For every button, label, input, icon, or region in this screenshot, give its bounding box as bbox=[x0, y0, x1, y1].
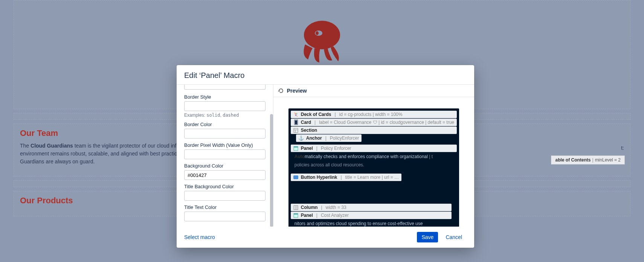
macro-column[interactable]: Column | width = 33 bbox=[291, 204, 452, 211]
border-width-input[interactable] bbox=[184, 149, 266, 159]
save-button[interactable]: Save bbox=[417, 232, 438, 242]
preview-label: Preview bbox=[287, 88, 307, 94]
octopus-logo bbox=[298, 18, 346, 64]
edit-panel-macro-dialog: Edit ‘Panel’ Macro Border Style Examples… bbox=[177, 65, 474, 248]
deck-icon: 🃏 bbox=[293, 112, 299, 117]
column-icon bbox=[293, 205, 299, 210]
border-style-input[interactable] bbox=[184, 101, 266, 111]
anchor-icon: ⚓ bbox=[299, 136, 304, 141]
border-color-label: Border Color bbox=[184, 122, 271, 127]
truncated-t: t: bbox=[621, 145, 624, 151]
cancel-button[interactable]: Cancel bbox=[441, 232, 467, 242]
macro-section[interactable]: Section bbox=[291, 126, 457, 134]
dialog-title: Edit ‘Panel’ Macro bbox=[177, 65, 474, 84]
macro-panel-cost[interactable]: Panel | Cost Analyzer bbox=[291, 212, 452, 219]
border-color-input[interactable] bbox=[184, 129, 266, 139]
macro-deck-of-cards[interactable]: 🃏 Deck of Cards | id = cg-products | wid… bbox=[291, 111, 457, 118]
svg-rect-4 bbox=[294, 128, 298, 133]
refresh-icon[interactable] bbox=[278, 88, 284, 94]
toc-macro-chip[interactable]: able of Contents|minLevel = 2 bbox=[551, 155, 625, 165]
select-macro-link[interactable]: Select macro bbox=[184, 234, 215, 240]
border-width-label: Border Pixel Width (Value Only) bbox=[184, 142, 271, 148]
background-color-input[interactable] bbox=[184, 170, 266, 180]
panel-preview: 🃏 Deck of Cards | id = cg-products | wid… bbox=[288, 108, 459, 227]
background-color-label: Background Color bbox=[184, 163, 271, 169]
panel-body-text: Automatically checks and enforces compli… bbox=[291, 152, 457, 161]
truncated-field-input[interactable] bbox=[184, 85, 266, 90]
card-icon: 🂠 bbox=[293, 120, 299, 125]
title-bg-color-input[interactable] bbox=[184, 191, 266, 201]
svg-rect-8 bbox=[294, 146, 298, 148]
svg-point-3 bbox=[316, 31, 319, 35]
title-text-color-label: Title Text Color bbox=[184, 204, 271, 210]
panel-icon bbox=[293, 146, 299, 151]
panel-body-text-2: policies across all cloud resources. bbox=[291, 161, 457, 170]
svg-rect-10 bbox=[294, 206, 298, 210]
title-text-color-input[interactable] bbox=[184, 212, 266, 221]
panel-icon bbox=[293, 213, 299, 218]
form-scrollbar[interactable] bbox=[270, 114, 273, 227]
macro-anchor[interactable]: ⚓ Anchor | PolicyEnforcer bbox=[296, 134, 362, 142]
macro-form-pane: Border Style Examples: solid, dashed Bor… bbox=[177, 85, 273, 227]
preview-pane: Preview 🃏 Deck of Cards | id = cg-produc… bbox=[273, 85, 474, 227]
title-bg-color-label: Title Background Color bbox=[184, 184, 271, 189]
panel-cost-text: nitors and optimizes cloud spending to e… bbox=[291, 219, 452, 227]
button-icon bbox=[293, 175, 299, 180]
macro-button-hyperlink[interactable]: Button Hyperlink | title = Learn more | … bbox=[291, 174, 401, 181]
border-style-help: Examples: solid, dashed bbox=[184, 113, 271, 118]
svg-rect-9 bbox=[293, 175, 298, 179]
section-icon bbox=[293, 128, 299, 133]
macro-card[interactable]: 🂠 Card | label = Cloud Governance 🛡 | id… bbox=[291, 119, 457, 126]
border-style-label: Border Style bbox=[184, 94, 271, 100]
macro-panel-policy[interactable]: Panel | Policy Enforcer bbox=[291, 145, 457, 152]
svg-rect-14 bbox=[294, 213, 298, 215]
